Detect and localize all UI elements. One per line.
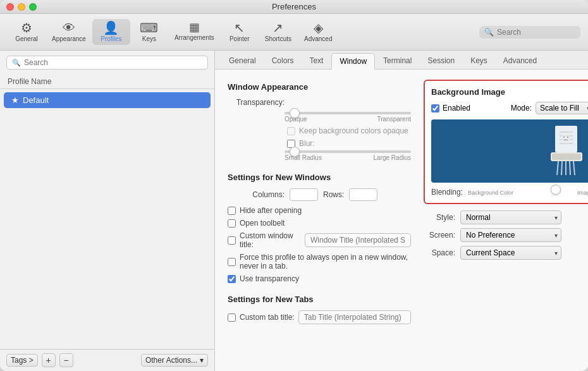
- tags-button[interactable]: Tags >: [6, 354, 38, 367]
- other-actions-button[interactable]: Other Actions... ▾: [141, 354, 208, 367]
- bg-enabled-label: Enabled: [443, 104, 470, 113]
- transparency-row: Transparency:: [228, 98, 411, 107]
- toolbar: ⚙ General 👁 Appearance 👤 Profiles ⌨ Keys…: [0, 14, 588, 51]
- force-new-window-checkbox[interactable]: [228, 258, 236, 266]
- arrangements-icon: ▦: [189, 21, 200, 33]
- bg-preview[interactable]: [431, 119, 588, 183]
- keep-bg-checkbox[interactable]: [287, 127, 295, 135]
- custom-tab-title-label: Custom tab title:: [240, 313, 295, 322]
- svg-line-8: [561, 161, 562, 175]
- search-input[interactable]: [497, 28, 573, 37]
- toolbar-search-container[interactable]: 🔍: [479, 26, 580, 39]
- use-transparency-checkbox[interactable]: [228, 275, 236, 283]
- remove-profile-button[interactable]: −: [59, 353, 73, 367]
- maximize-button[interactable]: [29, 3, 37, 11]
- toolbar-arrangements[interactable]: ▦ Arrangements: [168, 19, 221, 45]
- blending-row: Blending: Background Color Image: [431, 188, 588, 197]
- toolbar-appearance[interactable]: 👁 Appearance: [46, 19, 92, 45]
- blending-thumb[interactable]: [551, 185, 561, 195]
- bg-image-title: Background Image: [431, 87, 588, 97]
- profiles-label: Profiles: [101, 35, 121, 42]
- toolbar-shortcuts[interactable]: ↗ Shortcuts: [259, 19, 298, 45]
- bg-image-controls: Enabled Mode: Scale to Fill Scale to Fit…: [431, 102, 588, 114]
- custom-tab-title-checkbox[interactable]: [228, 313, 236, 322]
- tab-title-input[interactable]: [298, 310, 411, 324]
- star-icon: ★: [11, 95, 19, 105]
- preferences-window: Preferences ⚙ General 👁 Appearance 👤 Pro…: [0, 0, 588, 371]
- shortcuts-icon: ↗: [273, 21, 283, 34]
- appearance-label: Appearance: [52, 35, 86, 42]
- appearance-icon: 👁: [63, 21, 75, 34]
- shredder-illustration: [546, 126, 587, 176]
- transparency-slider-labels: Opaque Transparent: [285, 116, 411, 123]
- blur-slider-thumb[interactable]: [290, 147, 300, 157]
- arrangements-label: Arrangements: [175, 34, 214, 41]
- profile-list: ★ Default: [0, 89, 214, 349]
- close-button[interactable]: [6, 3, 14, 11]
- bg-enabled-container: Enabled: [431, 104, 470, 113]
- screen-row: Screen: No Preference Main Screen Second…: [424, 228, 588, 242]
- transparency-slider-track[interactable]: [285, 112, 411, 114]
- profile-item-label: Default: [23, 95, 49, 105]
- tab-text[interactable]: Text: [302, 53, 331, 69]
- columns-label: Columns:: [228, 190, 285, 199]
- mode-select-wrapper: Scale to Fill Scale to Fit Tile Stretch …: [536, 102, 588, 114]
- columns-input[interactable]: 80: [290, 188, 318, 201]
- window-title-input[interactable]: [305, 233, 411, 247]
- keys-icon: ⌨: [140, 21, 158, 34]
- screen-select-wrap: No Preference Main Screen Secondary Scre…: [460, 228, 561, 242]
- open-toolbelt-row: Open toolbelt: [228, 219, 411, 228]
- force-new-window-label: Force this profile to always open in a n…: [240, 253, 411, 271]
- screen-select[interactable]: No Preference Main Screen Secondary Scre…: [460, 228, 561, 242]
- minimize-button[interactable]: [18, 3, 25, 11]
- tab-session[interactable]: Session: [420, 53, 462, 69]
- blur-right-label: Large Radius: [374, 154, 411, 161]
- tab-terminal[interactable]: Terminal: [376, 53, 419, 69]
- space-select-wrap: Current Space All Spaces: [460, 246, 561, 260]
- tab-window[interactable]: Window: [331, 53, 375, 70]
- transparency-slider-thumb[interactable]: [290, 108, 300, 118]
- svg-line-7: [557, 161, 558, 175]
- transparency-slider-container: Opaque Transparent: [285, 112, 411, 123]
- custom-window-title-label: Custom window title:: [240, 231, 301, 249]
- keep-bg-label: Keep background colors opaque: [299, 126, 408, 135]
- space-select[interactable]: Current Space All Spaces: [460, 246, 561, 260]
- blur-slider-track[interactable]: [285, 150, 411, 153]
- hide-after-opening-checkbox[interactable]: [228, 207, 236, 215]
- profile-item-default[interactable]: ★ Default: [4, 92, 211, 108]
- new-tabs-section-title: Settings for New Tabs: [228, 295, 411, 304]
- open-toolbelt-checkbox[interactable]: [228, 219, 236, 228]
- bg-mode-container: Mode: Scale to Fill Scale to Fit Tile St…: [511, 102, 588, 114]
- tab-advanced[interactable]: Advanced: [496, 53, 544, 69]
- blur-slider-container: Small Radius Large Radius: [285, 150, 411, 161]
- bg-enabled-checkbox[interactable]: [431, 104, 439, 113]
- style-label: Style:: [424, 213, 455, 222]
- panel-content: Window Appearance Transparency: Opaque T…: [215, 70, 588, 371]
- toolbar-general[interactable]: ⚙ General: [8, 19, 46, 45]
- toolbar-advanced[interactable]: ◈ Advanced: [298, 19, 338, 45]
- rows-input[interactable]: 25: [349, 188, 377, 201]
- tab-colors[interactable]: Colors: [264, 53, 302, 69]
- panel-right: Background Image Enabled Mode: Scale: [424, 80, 588, 361]
- sidebar-footer-actions: Other Actions... ▾: [141, 354, 208, 367]
- blur-label: Blur:: [299, 139, 315, 148]
- search-icon: 🔍: [484, 28, 494, 37]
- sidebar-footer: Tags > + − Other Actions... ▾: [0, 349, 214, 371]
- sidebar-search-input[interactable]: [24, 58, 202, 67]
- mode-select[interactable]: Scale to Fill Scale to Fit Tile Stretch …: [536, 102, 588, 114]
- custom-window-title-row: Custom window title:: [228, 231, 411, 249]
- style-select[interactable]: Normal No Title Bar Full Screen: [460, 210, 561, 224]
- sidebar-search-container[interactable]: 🔍: [6, 56, 208, 70]
- add-profile-button[interactable]: +: [42, 353, 56, 367]
- sidebar: 🔍 Profile Name ★ Default Tags > + − Othe…: [0, 51, 215, 371]
- toolbar-profiles[interactable]: 👤 Profiles: [92, 19, 130, 45]
- tab-keys[interactable]: Keys: [463, 53, 495, 69]
- force-new-window-row: Force this profile to always open in a n…: [228, 253, 411, 271]
- tab-general[interactable]: General: [221, 53, 264, 69]
- toolbar-pointer[interactable]: ↖ Pointer: [221, 19, 259, 45]
- custom-window-title-checkbox[interactable]: [228, 236, 236, 245]
- rows-label: Rows:: [323, 190, 344, 199]
- svg-point-14: [567, 137, 568, 138]
- general-icon: ⚙: [21, 21, 32, 34]
- toolbar-keys[interactable]: ⌨ Keys: [130, 19, 168, 45]
